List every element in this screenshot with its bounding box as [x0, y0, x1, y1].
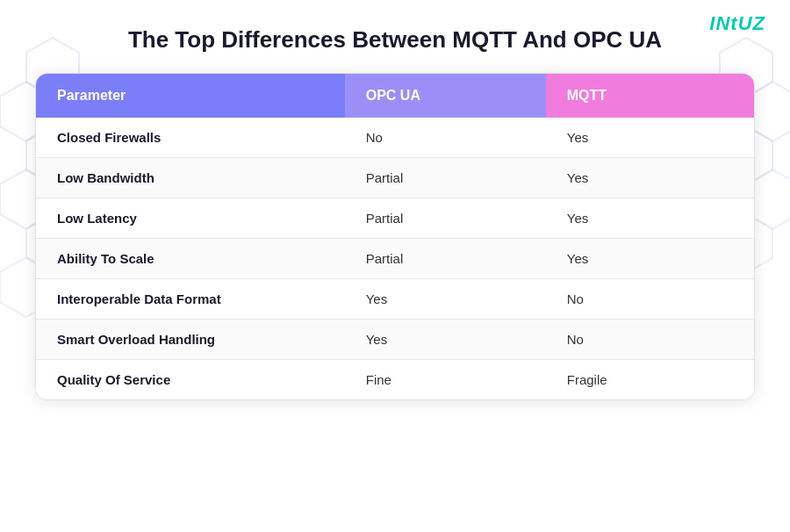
table-row: Low BandwidthPartialYes — [36, 158, 754, 198]
cell-parameter: Smart Overload Handling — [36, 320, 345, 360]
table-row: Quality Of ServiceFineFragile — [36, 360, 754, 400]
table-row: Ability To ScalePartialYes — [36, 239, 754, 279]
col-header-parameter: Parameter — [36, 74, 345, 118]
cell-opcua: Partial — [345, 239, 546, 279]
table-row: Closed FirewallsNoYes — [36, 118, 754, 158]
cell-opcua: Partial — [345, 158, 546, 198]
cell-parameter: Interoperable Data Format — [36, 279, 345, 320]
cell-parameter: Ability To Scale — [36, 239, 345, 279]
page-container: INtUZ The Top Differences Between MQTT A… — [0, 0, 790, 532]
cell-parameter: Low Bandwidth — [36, 158, 345, 198]
col-header-mqtt: MQTT — [546, 74, 754, 118]
cell-parameter: Low Latency — [36, 198, 345, 239]
comparison-table-wrapper: Parameter OPC UA MQTT Closed FirewallsNo… — [35, 73, 755, 400]
cell-mqtt: Yes — [546, 158, 754, 198]
cell-mqtt: Yes — [546, 198, 754, 239]
table-body: Closed FirewallsNoYesLow BandwidthPartia… — [36, 118, 754, 399]
cell-mqtt: No — [546, 279, 754, 320]
intuz-logo: INtUZ — [709, 12, 765, 35]
cell-opcua: Yes — [345, 279, 546, 320]
page-title: The Top Differences Between MQTT And OPC… — [128, 26, 662, 54]
cell-mqtt: Yes — [546, 239, 754, 279]
table-row: Low LatencyPartialYes — [36, 198, 754, 239]
cell-opcua: Partial — [345, 198, 546, 239]
cell-parameter: Closed Firewalls — [36, 118, 345, 158]
cell-mqtt: Yes — [546, 118, 754, 158]
comparison-table: Parameter OPC UA MQTT Closed FirewallsNo… — [36, 74, 754, 399]
table-row: Smart Overload HandlingYesNo — [36, 320, 754, 360]
cell-parameter: Quality Of Service — [36, 360, 345, 400]
cell-opcua: Yes — [345, 320, 546, 360]
cell-mqtt: Fragile — [546, 360, 754, 400]
col-header-opcua: OPC UA — [345, 74, 546, 118]
table-header: Parameter OPC UA MQTT — [36, 74, 754, 118]
table-row: Interoperable Data FormatYesNo — [36, 279, 754, 320]
cell-mqtt: No — [546, 320, 754, 360]
cell-opcua: No — [345, 118, 546, 158]
cell-opcua: Fine — [345, 360, 546, 400]
